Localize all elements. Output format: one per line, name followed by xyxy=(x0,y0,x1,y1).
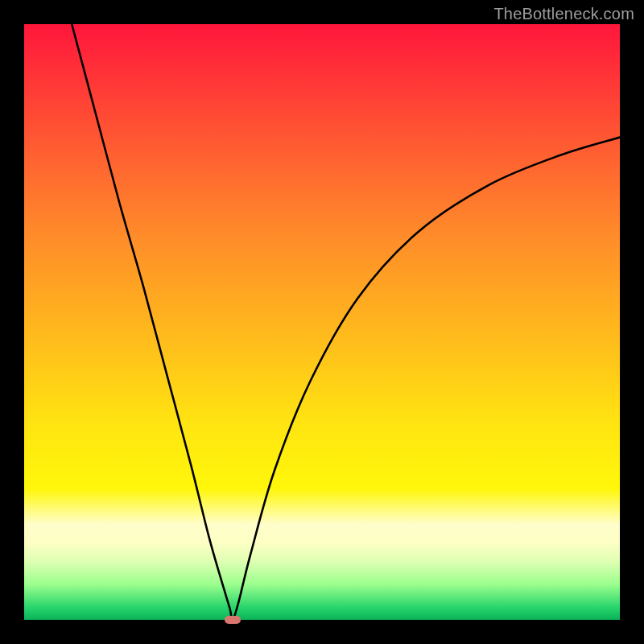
curve-svg xyxy=(24,24,620,620)
watermark-text: TheBottleneck.com xyxy=(493,5,634,23)
minimum-marker xyxy=(225,616,241,624)
chart-plot-area xyxy=(24,24,620,620)
chart-frame: TheBottleneck.com xyxy=(0,0,644,644)
bottleneck-curve xyxy=(72,24,620,620)
